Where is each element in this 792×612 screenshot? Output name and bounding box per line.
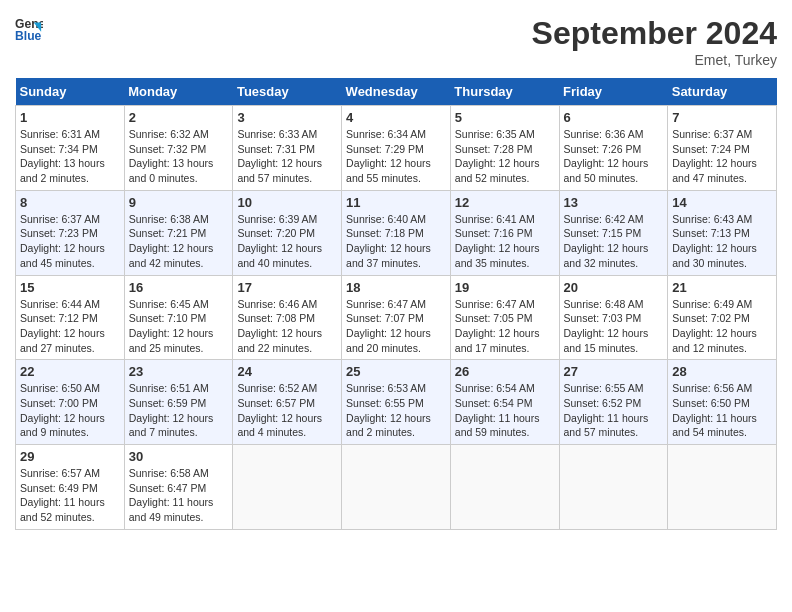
day-number: 11 — [346, 195, 446, 210]
day-number: 24 — [237, 364, 337, 379]
day-number: 26 — [455, 364, 555, 379]
page-header: General Blue September 2024 Emet, Turkey — [15, 15, 777, 68]
calendar-cell — [233, 445, 342, 530]
day-number: 8 — [20, 195, 120, 210]
calendar-cell: 22Sunrise: 6:50 AM Sunset: 7:00 PM Dayli… — [16, 360, 125, 445]
day-number: 13 — [564, 195, 664, 210]
weekday-header-saturday: Saturday — [668, 78, 777, 106]
day-info: Sunrise: 6:54 AM Sunset: 6:54 PM Dayligh… — [455, 381, 555, 440]
day-info: Sunrise: 6:33 AM Sunset: 7:31 PM Dayligh… — [237, 127, 337, 186]
day-info: Sunrise: 6:41 AM Sunset: 7:16 PM Dayligh… — [455, 212, 555, 271]
location: Emet, Turkey — [532, 52, 777, 68]
calendar-cell: 3Sunrise: 6:33 AM Sunset: 7:31 PM Daylig… — [233, 106, 342, 191]
calendar-cell — [668, 445, 777, 530]
day-info: Sunrise: 6:35 AM Sunset: 7:28 PM Dayligh… — [455, 127, 555, 186]
day-info: Sunrise: 6:44 AM Sunset: 7:12 PM Dayligh… — [20, 297, 120, 356]
calendar-cell: 9Sunrise: 6:38 AM Sunset: 7:21 PM Daylig… — [124, 190, 233, 275]
weekday-header-wednesday: Wednesday — [342, 78, 451, 106]
day-number: 15 — [20, 280, 120, 295]
day-info: Sunrise: 6:47 AM Sunset: 7:07 PM Dayligh… — [346, 297, 446, 356]
day-number: 29 — [20, 449, 120, 464]
day-number: 2 — [129, 110, 229, 125]
day-number: 28 — [672, 364, 772, 379]
calendar-cell: 26Sunrise: 6:54 AM Sunset: 6:54 PM Dayli… — [450, 360, 559, 445]
day-number: 16 — [129, 280, 229, 295]
day-info: Sunrise: 6:58 AM Sunset: 6:47 PM Dayligh… — [129, 466, 229, 525]
calendar-table: SundayMondayTuesdayWednesdayThursdayFrid… — [15, 78, 777, 530]
day-info: Sunrise: 6:50 AM Sunset: 7:00 PM Dayligh… — [20, 381, 120, 440]
calendar-cell: 7Sunrise: 6:37 AM Sunset: 7:24 PM Daylig… — [668, 106, 777, 191]
logo: General Blue — [15, 15, 43, 43]
calendar-cell: 4Sunrise: 6:34 AM Sunset: 7:29 PM Daylig… — [342, 106, 451, 191]
calendar-cell: 13Sunrise: 6:42 AM Sunset: 7:15 PM Dayli… — [559, 190, 668, 275]
day-number: 25 — [346, 364, 446, 379]
weekday-header-tuesday: Tuesday — [233, 78, 342, 106]
day-number: 14 — [672, 195, 772, 210]
day-number: 21 — [672, 280, 772, 295]
calendar-cell: 25Sunrise: 6:53 AM Sunset: 6:55 PM Dayli… — [342, 360, 451, 445]
calendar-cell: 8Sunrise: 6:37 AM Sunset: 7:23 PM Daylig… — [16, 190, 125, 275]
calendar-cell: 10Sunrise: 6:39 AM Sunset: 7:20 PM Dayli… — [233, 190, 342, 275]
logo-icon: General Blue — [15, 15, 43, 43]
calendar-cell — [342, 445, 451, 530]
day-info: Sunrise: 6:55 AM Sunset: 6:52 PM Dayligh… — [564, 381, 664, 440]
calendar-cell — [450, 445, 559, 530]
calendar-cell: 21Sunrise: 6:49 AM Sunset: 7:02 PM Dayli… — [668, 275, 777, 360]
calendar-cell: 29Sunrise: 6:57 AM Sunset: 6:49 PM Dayli… — [16, 445, 125, 530]
day-info: Sunrise: 6:31 AM Sunset: 7:34 PM Dayligh… — [20, 127, 120, 186]
day-number: 9 — [129, 195, 229, 210]
day-info: Sunrise: 6:48 AM Sunset: 7:03 PM Dayligh… — [564, 297, 664, 356]
weekday-header-friday: Friday — [559, 78, 668, 106]
day-number: 18 — [346, 280, 446, 295]
calendar-cell: 30Sunrise: 6:58 AM Sunset: 6:47 PM Dayli… — [124, 445, 233, 530]
calendar-cell: 18Sunrise: 6:47 AM Sunset: 7:07 PM Dayli… — [342, 275, 451, 360]
calendar-cell: 14Sunrise: 6:43 AM Sunset: 7:13 PM Dayli… — [668, 190, 777, 275]
weekday-header-monday: Monday — [124, 78, 233, 106]
day-info: Sunrise: 6:51 AM Sunset: 6:59 PM Dayligh… — [129, 381, 229, 440]
day-info: Sunrise: 6:38 AM Sunset: 7:21 PM Dayligh… — [129, 212, 229, 271]
calendar-cell: 17Sunrise: 6:46 AM Sunset: 7:08 PM Dayli… — [233, 275, 342, 360]
day-number: 17 — [237, 280, 337, 295]
day-number: 22 — [20, 364, 120, 379]
day-info: Sunrise: 6:40 AM Sunset: 7:18 PM Dayligh… — [346, 212, 446, 271]
calendar-cell: 11Sunrise: 6:40 AM Sunset: 7:18 PM Dayli… — [342, 190, 451, 275]
weekday-header-thursday: Thursday — [450, 78, 559, 106]
day-number: 27 — [564, 364, 664, 379]
calendar-cell: 24Sunrise: 6:52 AM Sunset: 6:57 PM Dayli… — [233, 360, 342, 445]
calendar-cell: 28Sunrise: 6:56 AM Sunset: 6:50 PM Dayli… — [668, 360, 777, 445]
calendar-cell: 23Sunrise: 6:51 AM Sunset: 6:59 PM Dayli… — [124, 360, 233, 445]
calendar-cell — [559, 445, 668, 530]
calendar-cell: 2Sunrise: 6:32 AM Sunset: 7:32 PM Daylig… — [124, 106, 233, 191]
day-info: Sunrise: 6:42 AM Sunset: 7:15 PM Dayligh… — [564, 212, 664, 271]
day-info: Sunrise: 6:37 AM Sunset: 7:23 PM Dayligh… — [20, 212, 120, 271]
day-info: Sunrise: 6:46 AM Sunset: 7:08 PM Dayligh… — [237, 297, 337, 356]
calendar-cell: 5Sunrise: 6:35 AM Sunset: 7:28 PM Daylig… — [450, 106, 559, 191]
day-info: Sunrise: 6:34 AM Sunset: 7:29 PM Dayligh… — [346, 127, 446, 186]
day-info: Sunrise: 6:45 AM Sunset: 7:10 PM Dayligh… — [129, 297, 229, 356]
day-info: Sunrise: 6:47 AM Sunset: 7:05 PM Dayligh… — [455, 297, 555, 356]
calendar-cell: 20Sunrise: 6:48 AM Sunset: 7:03 PM Dayli… — [559, 275, 668, 360]
day-info: Sunrise: 6:36 AM Sunset: 7:26 PM Dayligh… — [564, 127, 664, 186]
day-number: 7 — [672, 110, 772, 125]
day-number: 6 — [564, 110, 664, 125]
calendar-cell: 1Sunrise: 6:31 AM Sunset: 7:34 PM Daylig… — [16, 106, 125, 191]
day-info: Sunrise: 6:37 AM Sunset: 7:24 PM Dayligh… — [672, 127, 772, 186]
day-number: 3 — [237, 110, 337, 125]
day-number: 30 — [129, 449, 229, 464]
svg-text:Blue: Blue — [15, 29, 42, 43]
day-info: Sunrise: 6:57 AM Sunset: 6:49 PM Dayligh… — [20, 466, 120, 525]
day-info: Sunrise: 6:49 AM Sunset: 7:02 PM Dayligh… — [672, 297, 772, 356]
title-block: September 2024 Emet, Turkey — [532, 15, 777, 68]
day-number: 12 — [455, 195, 555, 210]
calendar-cell: 16Sunrise: 6:45 AM Sunset: 7:10 PM Dayli… — [124, 275, 233, 360]
day-info: Sunrise: 6:43 AM Sunset: 7:13 PM Dayligh… — [672, 212, 772, 271]
month-title: September 2024 — [532, 15, 777, 52]
day-number: 10 — [237, 195, 337, 210]
day-number: 20 — [564, 280, 664, 295]
day-info: Sunrise: 6:56 AM Sunset: 6:50 PM Dayligh… — [672, 381, 772, 440]
calendar-cell: 15Sunrise: 6:44 AM Sunset: 7:12 PM Dayli… — [16, 275, 125, 360]
day-number: 4 — [346, 110, 446, 125]
day-info: Sunrise: 6:53 AM Sunset: 6:55 PM Dayligh… — [346, 381, 446, 440]
day-info: Sunrise: 6:32 AM Sunset: 7:32 PM Dayligh… — [129, 127, 229, 186]
day-info: Sunrise: 6:52 AM Sunset: 6:57 PM Dayligh… — [237, 381, 337, 440]
